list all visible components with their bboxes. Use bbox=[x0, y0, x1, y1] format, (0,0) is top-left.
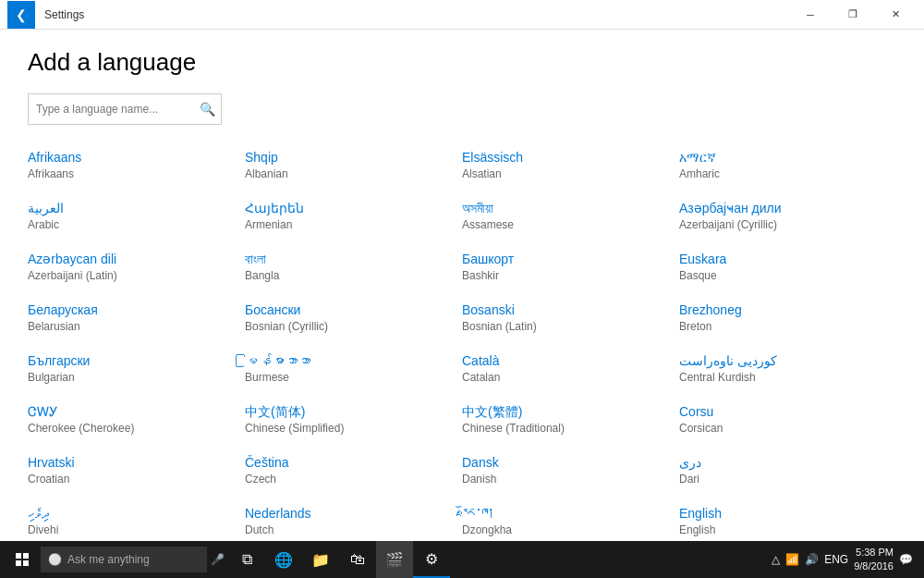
lang-english: English bbox=[679, 523, 889, 538]
lang-native: العربية bbox=[28, 200, 237, 218]
lang-english: Dari bbox=[679, 473, 889, 487]
lang-native: རྫོང་ཁ། bbox=[462, 505, 672, 523]
lang-native: Български bbox=[28, 352, 237, 371]
lang-native: Čeština bbox=[245, 454, 455, 473]
restore-button[interactable]: ❐ bbox=[832, 0, 874, 30]
lang-english: Bosnian (Cyrillic) bbox=[245, 320, 455, 335]
language-item[interactable]: ČeštinaCzech bbox=[245, 449, 462, 499]
start-button[interactable] bbox=[4, 541, 41, 578]
lang-english: Bashkir bbox=[462, 269, 672, 284]
lang-english: Bangla bbox=[245, 269, 455, 284]
lang-english: Bosnian (Latin) bbox=[462, 320, 672, 335]
lang-native: Հայերեն bbox=[245, 200, 455, 218]
lang-native: Bosanski bbox=[462, 301, 672, 320]
language-item[interactable]: ᏣᎳᎩCherokee (Cherokee) bbox=[28, 398, 245, 449]
edge-button[interactable]: 🌐 bbox=[265, 541, 302, 578]
language-item[interactable]: دریDari bbox=[679, 449, 896, 499]
minimize-button[interactable]: ─ bbox=[789, 0, 832, 30]
language-item[interactable]: ՀայերենArmenian bbox=[245, 194, 462, 245]
language-item[interactable]: БеларускаяBelarusian bbox=[28, 296, 245, 347]
close-button[interactable]: ✕ bbox=[874, 0, 917, 30]
lang-native: Башкорт bbox=[462, 251, 672, 269]
search-icon: 🔍 bbox=[193, 95, 221, 123]
lang-native: Shqip bbox=[245, 149, 455, 167]
lang-native: አማርኛ bbox=[679, 149, 889, 167]
language-item[interactable]: 中文(简体)Chinese (Simplified) bbox=[245, 398, 462, 449]
lang-english: Breton bbox=[679, 320, 889, 335]
network-icon[interactable]: 📶 bbox=[785, 553, 799, 566]
explorer-button[interactable]: 📁 bbox=[302, 541, 339, 578]
lang-english: Dutch bbox=[245, 523, 455, 538]
microphone-icon[interactable]: 🎤 bbox=[211, 553, 225, 566]
language-item[interactable]: ShqipAlbanian bbox=[245, 143, 462, 194]
lang-native: Brezhoneg bbox=[679, 301, 889, 320]
language-item[interactable]: DanskDanish bbox=[462, 449, 679, 499]
task-view-button[interactable]: ⧉ bbox=[228, 541, 265, 578]
language-item[interactable]: БосанскиBosnian (Cyrillic) bbox=[245, 296, 462, 347]
main-content: Add a language 🔍 AfrikaansAfrikaansShqip… bbox=[0, 30, 924, 541]
time-display: 5:38 PM bbox=[854, 546, 894, 560]
lang-english: Central Kurdish bbox=[679, 371, 889, 386]
language-item[interactable]: 中文(繁體)Chinese (Traditional) bbox=[462, 398, 679, 449]
taskbar-search[interactable]: ⚪ Ask me anything bbox=[41, 547, 207, 572]
lang-english: Burmese bbox=[245, 371, 455, 386]
arrow-up-icon[interactable]: △ bbox=[772, 553, 780, 566]
volume-icon[interactable]: 🔊 bbox=[805, 553, 819, 566]
language-item[interactable]: EuskaraBasque bbox=[679, 245, 896, 296]
lang-english: Afrikaans bbox=[28, 167, 237, 182]
lang-native: Elsässisch bbox=[462, 149, 672, 167]
language-indicator[interactable]: ENG bbox=[824, 553, 848, 566]
settings-button[interactable]: ⚙ bbox=[413, 541, 450, 578]
lang-native: Azərbaycan dili bbox=[28, 251, 237, 269]
lang-english: Czech bbox=[245, 473, 455, 487]
notification-icon[interactable]: 💬 bbox=[899, 553, 913, 566]
lang-native: မြန်မာဘာသာ bbox=[245, 352, 455, 371]
language-item[interactable]: AfrikaansAfrikaans bbox=[28, 143, 245, 194]
language-item[interactable]: BosanskiBosnian (Latin) bbox=[462, 296, 679, 347]
lang-english: Catalan bbox=[462, 371, 672, 386]
language-item[interactable]: HrvatskiCroatian bbox=[28, 449, 245, 499]
lang-native: Hrvatski bbox=[28, 454, 237, 473]
lang-english: Divehi bbox=[28, 523, 237, 538]
media-button[interactable]: 🎬 bbox=[376, 541, 413, 578]
lang-english: Albanian bbox=[245, 167, 455, 182]
lang-english: Armenian bbox=[245, 218, 455, 233]
taskbar-items: ⧉ 🌐 📁 🛍 🎬 ⚙ bbox=[228, 541, 450, 578]
lang-english: Chinese (Simplified) bbox=[245, 422, 455, 437]
store-button[interactable]: 🛍 bbox=[339, 541, 376, 578]
language-item[interactable]: မြန်မာဘာသာBurmese bbox=[245, 347, 462, 398]
windows-icon bbox=[16, 553, 29, 566]
lang-english: Corsican bbox=[679, 422, 889, 437]
language-item[interactable]: БашкортBashkir bbox=[462, 245, 679, 296]
back-button[interactable]: ❮ bbox=[7, 1, 35, 29]
lang-native: বাংলা bbox=[245, 251, 455, 269]
search-input[interactable] bbox=[29, 103, 193, 116]
language-item[interactable]: БългарскиBulgarian bbox=[28, 347, 245, 398]
lang-native: Dansk bbox=[462, 454, 672, 473]
language-item[interactable]: অসমীয়াAssamese bbox=[462, 194, 679, 245]
language-item[interactable]: CorsuCorsican bbox=[679, 398, 896, 449]
search-box[interactable]: 🔍 bbox=[28, 93, 222, 125]
taskbar-search-icon: ⚪ bbox=[48, 553, 62, 566]
language-item[interactable]: বাংলাBangla bbox=[245, 245, 462, 296]
window-controls: ─ ❐ ✕ bbox=[789, 0, 917, 30]
lang-english: Danish bbox=[462, 473, 672, 487]
language-item[interactable]: CatalàCatalan bbox=[462, 347, 679, 398]
language-item[interactable]: Азәрбајҹан дилиAzerbaijani (Cyrillic) bbox=[679, 194, 896, 245]
language-item[interactable]: BrezhonegBreton bbox=[679, 296, 896, 347]
lang-native: 中文(简体) bbox=[245, 403, 455, 422]
lang-native: کوردیی ناوەراست bbox=[679, 352, 889, 371]
language-item[interactable]: རྫོང་ཁ།Dzongkha bbox=[462, 499, 679, 541]
language-item[interactable]: العربيةArabic bbox=[28, 194, 245, 245]
language-item[interactable]: Azərbaycan diliAzerbaijani (Latin) bbox=[28, 245, 245, 296]
language-item[interactable]: کوردیی ناوەراستCentral Kurdish bbox=[679, 347, 896, 398]
taskbar: ⚪ Ask me anything 🎤 ⧉ 🌐 📁 🛍 🎬 ⚙ △ 📶 🔊 EN… bbox=[0, 541, 924, 578]
lang-native: অসমীয়া bbox=[462, 200, 672, 218]
lang-native: Corsu bbox=[679, 403, 889, 422]
language-item[interactable]: ދިވެހިDivehi bbox=[28, 499, 245, 541]
lang-native: 中文(繁體) bbox=[462, 403, 672, 422]
language-item[interactable]: NederlandsDutch bbox=[245, 499, 462, 541]
language-item[interactable]: ElsässischAlsatian bbox=[462, 143, 679, 194]
language-item[interactable]: EnglishEnglish bbox=[679, 499, 896, 541]
language-item[interactable]: አማርኛAmharic bbox=[679, 143, 896, 194]
